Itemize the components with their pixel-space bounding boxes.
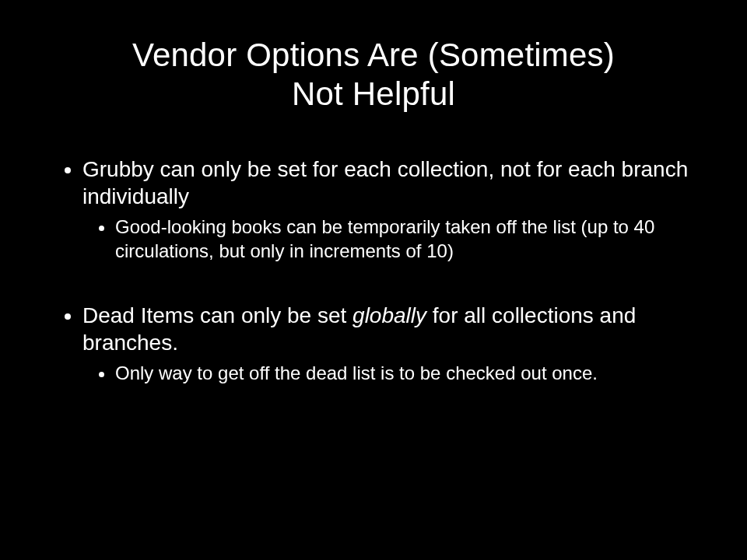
bullet-2: Dead Items can only be set globally for … [82, 302, 700, 385]
bullet-2-em: globally [352, 303, 426, 327]
bullet-1-text: Grubby can only be set for each collecti… [82, 157, 688, 208]
slide-body: Grubby can only be set for each collecti… [61, 156, 700, 392]
title-line-1: Vendor Options Are (Sometimes) [132, 37, 615, 73]
bullet-1: Grubby can only be set for each collecti… [82, 156, 700, 263]
bullet-1-sublist: Good-looking books can be temporarily ta… [82, 215, 700, 263]
bullet-list: Grubby can only be set for each collecti… [61, 156, 700, 386]
title-line-2: Not Helpful [292, 75, 455, 112]
bullet-2-sublist: Only way to get off the dead list is to … [82, 361, 700, 385]
slide-title: Vendor Options Are (Sometimes) Not Helpf… [0, 36, 747, 113]
slide: Vendor Options Are (Sometimes) Not Helpf… [0, 0, 747, 560]
spacer [82, 269, 700, 296]
bullet-2-sub-1: Only way to get off the dead list is to … [115, 361, 700, 385]
bullet-2-text-pre: Dead Items can only be set [82, 303, 352, 327]
bullet-1-sub-1: Good-looking books can be temporarily ta… [115, 215, 700, 263]
